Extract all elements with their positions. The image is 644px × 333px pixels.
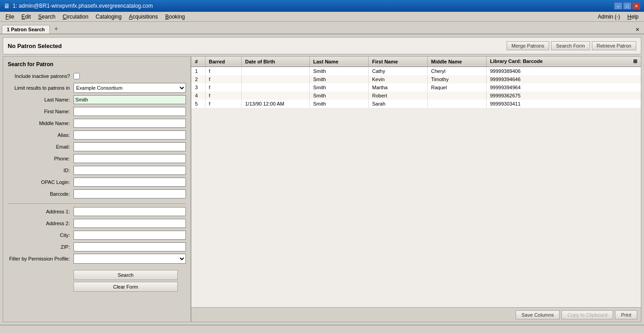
close-button[interactable]: ✕ xyxy=(632,2,640,10)
cell-num: 1 xyxy=(191,67,205,75)
id-label: ID: xyxy=(8,168,73,173)
results-table-wrap: # Barred Date of Birth Last Name First N… xyxy=(191,57,641,307)
cell-barred: f xyxy=(205,83,241,92)
alias-input[interactable] xyxy=(73,130,186,140)
limit-results-select[interactable]: Example Consortium xyxy=(73,83,186,93)
tab-bar: 1 Patron Search + ✕ xyxy=(0,22,644,34)
tab-add-button[interactable]: + xyxy=(51,24,62,34)
cell-last_name: Smith xyxy=(309,92,368,100)
menu-file[interactable]: File xyxy=(2,13,18,21)
title-bar: 🖥 1: admin@BR1-winxpvmfx.phasefx.evergre… xyxy=(0,0,644,12)
status-bar xyxy=(0,325,644,333)
col-header-num[interactable]: # xyxy=(191,57,205,67)
last-name-input[interactable] xyxy=(73,95,186,104)
col-header-library-card[interactable]: Library Card: Barcode ⊞ xyxy=(486,57,641,67)
permission-profile-select[interactable] xyxy=(73,254,186,264)
first-name-label: First Name: xyxy=(8,109,73,114)
menu-edit[interactable]: Edit xyxy=(18,13,34,21)
barcode-row: Barcode: xyxy=(8,189,186,199)
print-button[interactable]: Print xyxy=(615,310,637,319)
menu-help[interactable]: Help xyxy=(624,13,642,21)
address1-input[interactable] xyxy=(73,207,186,216)
menu-search[interactable]: Search xyxy=(34,13,59,21)
cell-first_name: Cathy xyxy=(368,67,427,75)
save-columns-button[interactable]: Save Columns xyxy=(516,310,560,319)
col-header-last-name[interactable]: Last Name xyxy=(309,57,368,67)
menu-admin[interactable]: Admin (-) xyxy=(594,13,624,21)
search-panel: Search for Patron Include inactive patro… xyxy=(3,57,191,322)
table-row[interactable]: 1fSmithCathyCheryl99999389406 xyxy=(191,67,641,75)
minimize-button[interactable]: – xyxy=(614,2,622,10)
city-label: City: xyxy=(8,232,73,238)
email-label: Email: xyxy=(8,144,73,150)
zip-input[interactable] xyxy=(73,242,186,251)
col-header-dob[interactable]: Date of Birth xyxy=(241,57,309,67)
phone-row: Phone: xyxy=(8,154,186,164)
menu-booking[interactable]: Booking xyxy=(161,13,188,21)
barcode-input[interactable] xyxy=(73,189,186,198)
cell-dob xyxy=(241,75,309,83)
menu-cataloging[interactable]: Cataloging xyxy=(92,13,125,21)
zip-row: ZIP: xyxy=(8,242,186,252)
city-input[interactable] xyxy=(73,231,186,240)
clear-form-button[interactable]: Clear Form xyxy=(73,282,178,292)
cell-num: 2 xyxy=(191,75,205,83)
opac-login-row: OPAC Login: xyxy=(8,177,186,187)
cell-dob: 1/13/90 12:00 AM xyxy=(241,100,309,108)
cell-barred: f xyxy=(205,67,241,75)
table-header-row: # Barred Date of Birth Last Name First N… xyxy=(191,57,641,67)
email-input[interactable] xyxy=(73,142,186,151)
cell-last_name: Smith xyxy=(309,67,368,75)
id-input[interactable] xyxy=(73,166,186,175)
cell-dob xyxy=(241,92,309,100)
cell-first_name: Kevin xyxy=(368,75,427,83)
search-form-button[interactable]: Search Form xyxy=(551,41,590,50)
menu-circulation[interactable]: Circulation xyxy=(59,13,92,21)
cell-last_name: Smith xyxy=(309,83,368,92)
body-area: Search for Patron Include inactive patro… xyxy=(3,56,641,322)
col-header-barred[interactable]: Barred xyxy=(205,57,241,67)
cell-num: 4 xyxy=(191,92,205,100)
phone-input[interactable] xyxy=(73,154,186,163)
middle-name-input[interactable] xyxy=(73,119,186,128)
first-name-input[interactable] xyxy=(73,107,186,116)
results-panel: # Barred Date of Birth Last Name First N… xyxy=(191,57,641,322)
id-row: ID: xyxy=(8,165,186,175)
last-name-label: Last Name: xyxy=(8,97,73,102)
search-buttons: Search Clear Form xyxy=(73,270,186,292)
cell-num: 5 xyxy=(191,100,205,108)
address2-input[interactable] xyxy=(73,219,186,228)
include-inactive-checkbox[interactable] xyxy=(73,73,80,79)
cell-first_name: Martha xyxy=(368,83,427,92)
title-bar-title: 🖥 1: admin@BR1-winxpvmfx.phasefx.evergre… xyxy=(4,2,153,10)
copy-to-clipboard-button[interactable]: Copy to Clipboard xyxy=(561,310,613,319)
city-row: City: xyxy=(8,230,186,240)
opac-login-input[interactable] xyxy=(73,178,186,187)
col-header-middle-name[interactable]: Middle Name xyxy=(427,57,486,67)
cell-barred: f xyxy=(205,100,241,108)
status-text xyxy=(2,327,3,332)
table-row[interactable]: 3fSmithMarthaRaquel99999394964 xyxy=(191,83,641,92)
cell-library_card: 99999394646 xyxy=(486,75,641,83)
maximize-button[interactable]: □ xyxy=(623,2,631,10)
phone-label: Phone: xyxy=(8,156,73,161)
close-tab-button[interactable]: ✕ xyxy=(633,26,642,34)
table-row[interactable]: 4fSmithRobert99999362675 xyxy=(191,92,641,100)
col-header-first-name[interactable]: First Name xyxy=(368,57,427,67)
tab-patron-search[interactable]: 1 Patron Search xyxy=(2,25,50,34)
table-row[interactable]: 2fSmithKevinTimothy99999394646 xyxy=(191,75,641,83)
cell-barred: f xyxy=(205,92,241,100)
search-button[interactable]: Search xyxy=(73,270,178,280)
menu-acquisitions[interactable]: Acquisitions xyxy=(125,13,161,21)
middle-name-label: Middle Name: xyxy=(8,121,73,126)
results-table: # Barred Date of Birth Last Name First N… xyxy=(191,57,641,108)
search-panel-title: Search for Patron xyxy=(8,61,186,68)
cell-library_card: 99999303411 xyxy=(486,100,641,108)
title-bar-controls: – □ ✕ xyxy=(614,2,640,10)
barcode-label: Barcode: xyxy=(8,191,73,197)
address1-row: Address 1: xyxy=(8,207,186,217)
merge-patrons-button[interactable]: Merge Patrons xyxy=(507,41,549,50)
table-row[interactable]: 5f1/13/90 12:00 AMSmithSarah99999303411 xyxy=(191,100,641,108)
cell-library_card: 99999394964 xyxy=(486,83,641,92)
retrieve-patron-button[interactable]: Retrieve Patron xyxy=(592,41,636,50)
